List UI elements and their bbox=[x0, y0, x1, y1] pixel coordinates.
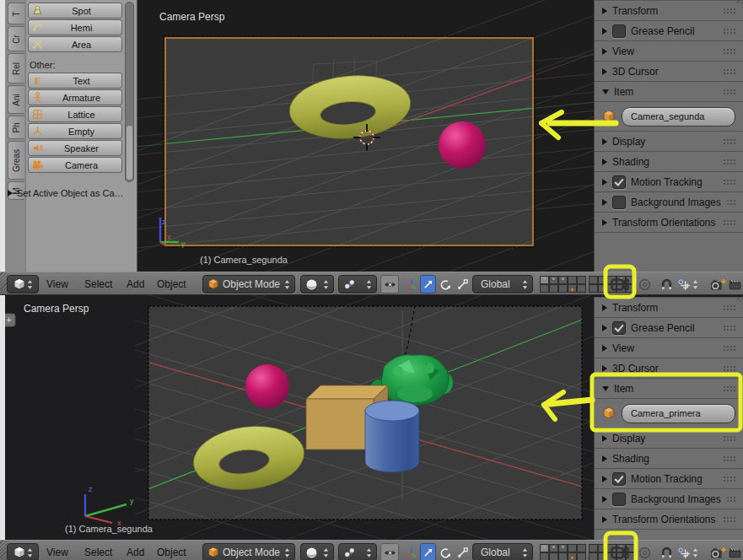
panel-section-display[interactable]: Display bbox=[595, 428, 743, 449]
background-images-checkbox[interactable] bbox=[612, 493, 626, 506]
rotate-button[interactable] bbox=[438, 275, 454, 293]
add-speaker-button[interactable]: Speaker bbox=[28, 140, 122, 156]
panel-grip-icon[interactable] bbox=[723, 28, 735, 34]
panel-grip-icon[interactable] bbox=[723, 219, 735, 225]
pivot-dropdown[interactable] bbox=[338, 543, 377, 560]
panel-section-shading[interactable]: Shading bbox=[595, 449, 743, 469]
mode-dropdown[interactable]: Object Mode bbox=[202, 543, 295, 560]
panel-section-grease-pencil[interactable]: Grease Pencil bbox=[595, 318, 743, 338]
add-area-lamp-button[interactable]: Area bbox=[28, 36, 122, 52]
grease-pencil-checkbox[interactable] bbox=[612, 321, 626, 335]
panel-grip-icon[interactable] bbox=[723, 476, 735, 482]
panel-grip-icon[interactable] bbox=[723, 304, 735, 310]
menu-add[interactable]: Add bbox=[127, 546, 144, 559]
motion-tracking-checkbox[interactable] bbox=[612, 472, 626, 486]
manipulator-axes-button[interactable] bbox=[403, 543, 419, 560]
snap-button[interactable] bbox=[658, 543, 675, 560]
manipulator-axes-button[interactable] bbox=[403, 275, 419, 293]
menu-view[interactable]: View bbox=[46, 546, 68, 559]
object-name-field[interactable]: Camera_primera bbox=[622, 404, 735, 423]
shelf-tab-tools[interactable]: T bbox=[8, 3, 24, 24]
menu-object[interactable]: Object bbox=[157, 546, 186, 559]
cylinder-object[interactable] bbox=[365, 401, 419, 472]
opengl-render-button[interactable] bbox=[709, 275, 726, 293]
snap-button[interactable] bbox=[658, 275, 675, 293]
panel-grip-icon[interactable] bbox=[723, 435, 735, 441]
scale-button[interactable] bbox=[455, 275, 471, 293]
snap-element-dropdown[interactable] bbox=[676, 275, 698, 293]
scene-lock-button[interactable] bbox=[608, 275, 632, 293]
panel-section-item[interactable]: Item bbox=[595, 379, 743, 399]
add-camera-button[interactable]: Camera bbox=[28, 157, 122, 173]
translate-button[interactable] bbox=[420, 543, 436, 560]
scale-button[interactable] bbox=[455, 543, 471, 560]
set-active-object-panel[interactable]: Set Active Object as Ca… bbox=[8, 188, 134, 198]
editor-type-button[interactable] bbox=[7, 543, 39, 560]
panel-grip-icon[interactable] bbox=[723, 8, 735, 13]
translate-button[interactable] bbox=[420, 275, 436, 293]
snap-element-dropdown[interactable] bbox=[676, 543, 698, 560]
menu-select[interactable]: Select bbox=[84, 277, 112, 291]
shelf-scrollbar-thumb[interactable] bbox=[127, 126, 132, 180]
panel-section-background-images[interactable]: Background Images bbox=[595, 192, 743, 213]
opengl-render-anim-button[interactable] bbox=[727, 275, 742, 293]
panel-grip-icon[interactable] bbox=[723, 325, 735, 331]
proportional-edit-button[interactable] bbox=[636, 275, 653, 293]
panel-section-shading[interactable]: Shading bbox=[595, 152, 743, 172]
panel-section-background-images[interactable]: Background Images bbox=[595, 489, 743, 509]
manipulator-toggle[interactable] bbox=[380, 543, 399, 560]
menu-add[interactable]: Add bbox=[127, 277, 144, 291]
panel-grip-icon[interactable] bbox=[723, 385, 735, 391]
orientation-dropdown[interactable]: Global bbox=[472, 543, 533, 560]
menu-view[interactable]: View bbox=[46, 277, 68, 291]
panel-section-grease-pencil[interactable]: Grease Pencil bbox=[595, 21, 743, 41]
add-text-button[interactable]: F Text bbox=[28, 73, 122, 89]
manipulator-toggle[interactable] bbox=[380, 275, 399, 293]
menu-select[interactable]: Select bbox=[84, 546, 112, 559]
panel-section-transform-orientations[interactable]: Transform Orientations bbox=[595, 509, 743, 530]
panel-section-display[interactable]: Display bbox=[595, 132, 743, 152]
background-images-checkbox[interactable] bbox=[612, 196, 626, 209]
add-lattice-button[interactable]: Lattice bbox=[28, 106, 122, 122]
add-empty-button[interactable]: Empty bbox=[28, 123, 122, 139]
panel-section-3d-cursor[interactable]: 3D Cursor bbox=[595, 62, 743, 82]
shelf-tab-create[interactable]: Cr bbox=[8, 26, 24, 51]
shelf-tab-grease[interactable]: Greas bbox=[8, 141, 24, 180]
panel-grip-icon[interactable] bbox=[723, 138, 735, 144]
panel-grip-icon[interactable] bbox=[726, 496, 735, 502]
menu-object[interactable]: Object bbox=[157, 277, 186, 291]
panel-section-view[interactable]: View bbox=[595, 41, 743, 62]
panel-section-transform-orientations[interactable]: Transform Orientations bbox=[595, 213, 743, 233]
panel-section-3d-cursor[interactable]: 3D Cursor bbox=[595, 358, 743, 379]
sphere-object[interactable] bbox=[245, 364, 289, 408]
grease-pencil-checkbox[interactable] bbox=[612, 24, 626, 38]
shelf-scrollbar[interactable] bbox=[125, 2, 134, 182]
panel-grip-icon[interactable] bbox=[723, 68, 735, 74]
add-armature-button[interactable]: Armature bbox=[28, 89, 122, 105]
opengl-render-button[interactable] bbox=[709, 543, 726, 560]
panel-section-motion-tracking[interactable]: Motion Tracking bbox=[595, 469, 743, 489]
panel-grip-icon[interactable] bbox=[723, 455, 735, 461]
scene-lock-button[interactable] bbox=[608, 543, 632, 560]
panel-section-item[interactable]: Item bbox=[595, 82, 743, 102]
panel-section-transform[interactable]: Transform bbox=[595, 298, 743, 318]
pivot-dropdown[interactable] bbox=[338, 275, 377, 293]
proportional-edit-button[interactable] bbox=[636, 543, 653, 560]
orientation-dropdown[interactable]: Global bbox=[472, 275, 533, 293]
editor-type-button[interactable] bbox=[7, 275, 39, 293]
panel-grip-icon[interactable] bbox=[723, 48, 735, 54]
panel-section-view[interactable]: View bbox=[595, 338, 743, 358]
opengl-render-anim-button[interactable] bbox=[727, 543, 742, 560]
panel-section-motion-tracking[interactable]: Motion Tracking bbox=[595, 172, 743, 192]
shading-dropdown[interactable] bbox=[300, 543, 334, 560]
panel-grip-icon[interactable] bbox=[726, 199, 735, 205]
mode-dropdown[interactable]: Object Mode bbox=[202, 275, 295, 293]
rotate-button[interactable] bbox=[438, 543, 454, 560]
motion-tracking-checkbox[interactable] bbox=[612, 175, 626, 189]
shelf-tab-animation[interactable]: Ani bbox=[8, 85, 24, 114]
shelf-tab-physics[interactable]: Ph bbox=[8, 116, 24, 139]
panel-grip-icon[interactable] bbox=[723, 345, 735, 351]
panel-grip-icon[interactable] bbox=[723, 365, 735, 371]
panel-grip-icon[interactable] bbox=[723, 89, 735, 94]
shelf-tab-relations[interactable]: Rel bbox=[8, 53, 24, 83]
